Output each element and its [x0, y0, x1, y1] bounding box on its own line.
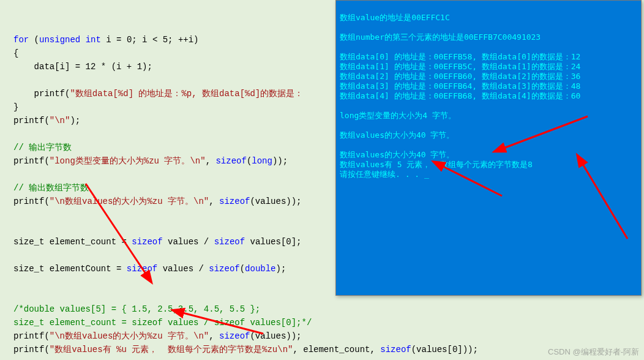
code-text: size_t element_count =	[13, 237, 132, 247]
code-text: (values));	[250, 331, 301, 341]
code-text: sizeof	[132, 237, 162, 247]
code-text: long	[252, 156, 272, 166]
console-line: 数组value的地址是00EFFC1C	[340, 13, 450, 22]
code-text: ,	[206, 156, 216, 166]
code-text: int	[86, 35, 101, 45]
code-text: // 输出字节数	[13, 143, 72, 152]
code-text: printf(	[13, 116, 50, 126]
code-text: size_t elementCount =	[13, 264, 127, 274]
code-text: ,	[209, 331, 219, 341]
console-line: 数组values有 5 元素， 数组每个元素的字节数是8	[340, 160, 533, 169]
code-text: double	[245, 264, 275, 274]
code-text: sizeof	[215, 156, 246, 166]
console-line: 数组data[2] 的地址是：00EFFB60, 数组data[2]的数据是：3…	[340, 72, 580, 81]
code-text: values /	[163, 237, 214, 247]
code-text: sizeof	[209, 264, 239, 274]
console-line: 数组data[3] 的地址是：00EFFB64, 数组data[3]的数据是：4…	[340, 81, 580, 91]
code-text: );	[276, 264, 286, 274]
code-text: (values[0]));	[411, 345, 478, 354]
code-text: sizeof	[219, 197, 250, 206]
console-line: 请按任意键继续. . . _	[340, 170, 429, 179]
console-line: 数组data[0] 的地址是：00EFFB58, 数组data[0]的数据是：1…	[340, 52, 580, 61]
code-text: "\n数组values的大小为%zu 字节。\n"	[50, 331, 209, 341]
code-text: "数组values有 %u 元素， 数组每个元素的字节数是%zu\n"	[50, 345, 293, 354]
watermark: CSDN @编程爱好者-阿新	[548, 347, 639, 358]
code-text: "\n数组values的大小为%zu 字节。\n"	[50, 197, 209, 206]
console-line: long类型变量的大小为4 字节。	[340, 111, 456, 120]
code-text: sizeof	[127, 264, 157, 274]
code-text: , element_count,	[293, 345, 380, 354]
code-text: (	[29, 35, 39, 45]
code-text: );	[70, 116, 80, 126]
code-text: data[i] = 12 * (i + 1);	[13, 62, 152, 72]
code-text: sizeof	[380, 345, 411, 354]
code-text: ,	[209, 197, 219, 206]
code-text: (	[240, 264, 245, 274]
code-text: unsigned	[39, 35, 80, 45]
console-line: 数组values的大小为40 字节。	[340, 150, 454, 159]
code-text: printf(	[13, 331, 50, 341]
code-text: "数组data[%d] 的地址是：%p, 数组data[%d]的数据是：	[70, 89, 303, 99]
code-text: "long类型变量的大小为%zu 字节。\n"	[50, 156, 206, 166]
console-output: 数组value的地址是00EFFC1C 数组number的第三个元素的地址是00…	[335, 0, 642, 296]
code-text: values[0];	[245, 237, 301, 247]
console-line: 数组values的大小为40 字节。	[340, 130, 454, 140]
code-text: printf(	[13, 197, 50, 206]
code-text: printf(	[13, 345, 50, 354]
code-text: values /	[157, 264, 209, 274]
code-text: sizeof	[219, 331, 250, 341]
code-text: for	[13, 35, 29, 45]
console-line: 数组data[4] 的地址是：00EFFB68, 数组data[4]的数据是：6…	[340, 91, 580, 100]
console-line: 数组number的第三个元素的地址是00EFFB7C00491023	[340, 32, 541, 42]
code-text: ));	[272, 156, 288, 166]
code-text: printf(	[13, 89, 70, 99]
console-line: 数组data[1] 的地址是：00EFFB5C, 数组data[1]的数据是：2…	[340, 62, 580, 71]
code-text: i = 0; i < 5; ++i)	[101, 35, 199, 45]
code-text: sizeof	[214, 237, 245, 247]
code-text	[80, 35, 85, 45]
code-text: "\n"	[50, 116, 70, 126]
code-text: /*double values[5] = { 1.5, 2.5,3.5, 4.5…	[13, 304, 260, 314]
code-text: (values));	[250, 197, 301, 206]
code-text: }	[13, 102, 18, 112]
code-text: size_t element_count = sizeof values / s…	[13, 318, 312, 328]
code-text: // 输出数组字节数	[13, 183, 89, 193]
code-text: printf(	[13, 156, 50, 166]
code-text: {	[13, 48, 18, 58]
